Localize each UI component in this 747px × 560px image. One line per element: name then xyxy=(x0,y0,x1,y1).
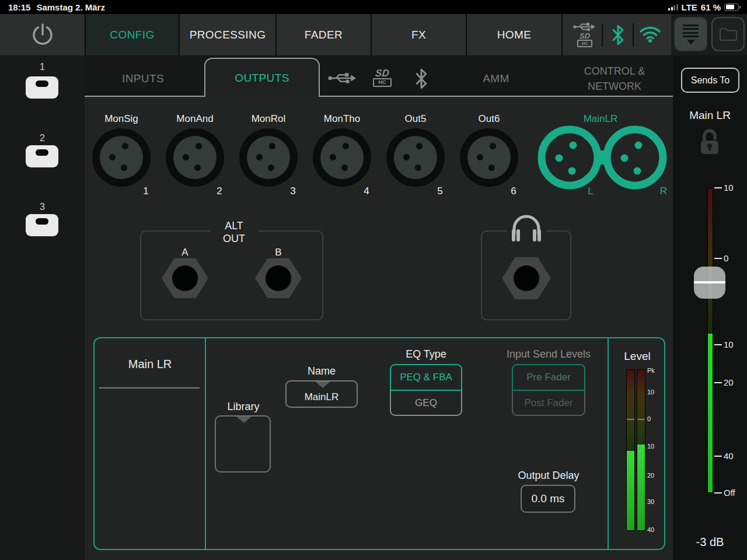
snapshot-2-button[interactable] xyxy=(26,145,58,167)
lock-open-icon[interactable] xyxy=(697,128,722,155)
meter-scale-pk: Pk xyxy=(647,366,655,374)
xlr-face xyxy=(100,136,143,179)
nav-tab-config[interactable]: CONFIG xyxy=(86,14,179,55)
pre-fader-button[interactable]: Pre Fader xyxy=(512,364,585,391)
output-2-xlr-connector[interactable] xyxy=(166,128,224,187)
alt-out-b-label: B xyxy=(271,247,285,258)
output-delay-label: Output Delay xyxy=(508,469,589,482)
nav-tab-processing[interactable]: PROCESSING xyxy=(180,14,275,55)
nav-fader-label: FADER xyxy=(305,29,343,41)
eq-type-geq-button[interactable]: GEQ xyxy=(390,390,462,416)
tab-amm[interactable]: AMM xyxy=(467,71,525,86)
level-meter-left xyxy=(626,369,635,531)
snapshot-1-label: 1 xyxy=(0,62,85,72)
status-network: LTE xyxy=(682,2,697,12)
fader-scale-minus40: 40 xyxy=(724,451,734,461)
fader-value: -3 dB xyxy=(673,534,747,550)
tab-control-network[interactable]: CONTROL & NETWORK xyxy=(568,63,661,94)
library-button[interactable] xyxy=(215,415,271,473)
fader-tick xyxy=(714,382,722,383)
power-icon xyxy=(30,22,55,48)
nav-tab-home[interactable]: HOME xyxy=(467,14,561,55)
tab-usb-icon[interactable] xyxy=(328,72,356,85)
mixer-app-window: 18:15 Samstag 2. März LTE 61 % CONFIG PR… xyxy=(0,0,747,560)
output-5-xlr-connector[interactable] xyxy=(386,128,445,187)
master-fader-track[interactable] xyxy=(707,188,713,493)
jack-hole xyxy=(266,265,291,291)
fader-tick xyxy=(714,258,722,259)
level-label: Level xyxy=(617,350,658,363)
status-date: Samstag 2. März xyxy=(36,2,105,12)
output-6-xlr-connector[interactable] xyxy=(460,128,518,187)
post-fader-label: Post Fader xyxy=(524,397,573,409)
output-6-number: 6 xyxy=(507,186,521,197)
output-1-number: 1 xyxy=(139,186,153,197)
main-lr-xlr-pair[interactable] xyxy=(532,121,669,194)
library-folder-icon xyxy=(229,433,257,455)
output-delay-field[interactable]: 0.0 ms xyxy=(521,485,575,513)
folder-icon xyxy=(718,26,738,43)
tab-control-network-label: CONTROL & NETWORK xyxy=(568,64,661,94)
snapshot-slot-icon xyxy=(36,80,48,87)
fader-tick xyxy=(714,492,722,494)
main-lr-right-label: R xyxy=(654,186,673,197)
headphones-icon-patch xyxy=(507,215,546,238)
alt-out-title: ALTOUT xyxy=(210,219,258,245)
headphones-icon xyxy=(508,215,544,243)
fader-scale-minus10: 10 xyxy=(724,340,734,350)
output-4-xlr-connector[interactable] xyxy=(313,128,371,187)
fader-meter-fill xyxy=(708,334,713,492)
output-1-name: MonSig xyxy=(86,113,156,125)
fader-tick xyxy=(714,187,722,188)
snapshot-3-label: 3 xyxy=(0,202,85,212)
eq-type-peq-fba-button[interactable]: PEQ & FBA xyxy=(390,364,462,391)
sdhc-icon: SD HC xyxy=(575,33,595,47)
meter-scale-minus40: 40 xyxy=(647,526,654,534)
post-fader-button[interactable]: Post Fader xyxy=(512,390,585,416)
tab-inputs[interactable]: INPUTS xyxy=(105,71,181,86)
name-label: Name xyxy=(297,365,346,377)
tab-outputs-label: OUTPUTS xyxy=(235,72,289,85)
power-button[interactable] xyxy=(0,14,85,55)
master-fader-knob[interactable] xyxy=(694,267,725,299)
usb-icon xyxy=(573,22,595,32)
wifi-icon xyxy=(639,25,661,43)
meter-zero-mark xyxy=(627,419,634,420)
name-field[interactable]: MainLR xyxy=(285,380,358,408)
output-4-name: MonTho xyxy=(307,113,377,125)
meter-scale-minus10: 10 xyxy=(647,442,654,450)
output-3-xlr-connector[interactable] xyxy=(239,128,298,187)
name-value: MainLR xyxy=(287,387,357,407)
tab-bluetooth-icon[interactable] xyxy=(416,69,427,89)
menu-icon xyxy=(683,24,699,26)
status-time: 18:15 xyxy=(8,2,30,12)
fader-tick xyxy=(714,456,722,457)
tab-underline xyxy=(85,96,673,97)
divider xyxy=(633,23,634,47)
snapshot-3-button[interactable] xyxy=(26,214,58,236)
tab-outputs-selected[interactable]: OUTPUTS xyxy=(204,58,320,97)
nav-tab-fader[interactable]: FADER xyxy=(277,14,371,55)
sends-to-button[interactable]: Sends To xyxy=(681,68,739,93)
tab-inputs-label: INPUTS xyxy=(122,72,164,85)
strip-channel-name: Main LR xyxy=(673,108,747,123)
snapshot-2-label: 2 xyxy=(0,133,85,143)
output-1-xlr-connector[interactable] xyxy=(92,128,151,187)
nav-tab-fx[interactable]: FX xyxy=(372,14,466,55)
fader-scale-minus20: 20 xyxy=(724,377,734,388)
sends-to-label: Sends To xyxy=(691,75,729,86)
snapshot-slot-icon xyxy=(36,218,48,225)
panel-divider xyxy=(205,337,206,550)
output-2-number: 2 xyxy=(212,186,226,197)
meter-level-fill xyxy=(627,451,634,530)
status-battery-percent: 61 % xyxy=(701,2,721,12)
alt-out-line2: OUT xyxy=(223,232,245,245)
menu-button[interactable] xyxy=(674,17,707,51)
snapshot-1-button[interactable] xyxy=(26,76,58,99)
divider xyxy=(602,23,603,47)
scenes-folder-button[interactable] xyxy=(711,17,745,51)
fader-tick xyxy=(714,344,722,345)
tab-sdhc-icon[interactable]: SD HC xyxy=(370,69,395,87)
level-meter-right xyxy=(637,369,645,531)
bluetooth-icon xyxy=(612,24,624,46)
